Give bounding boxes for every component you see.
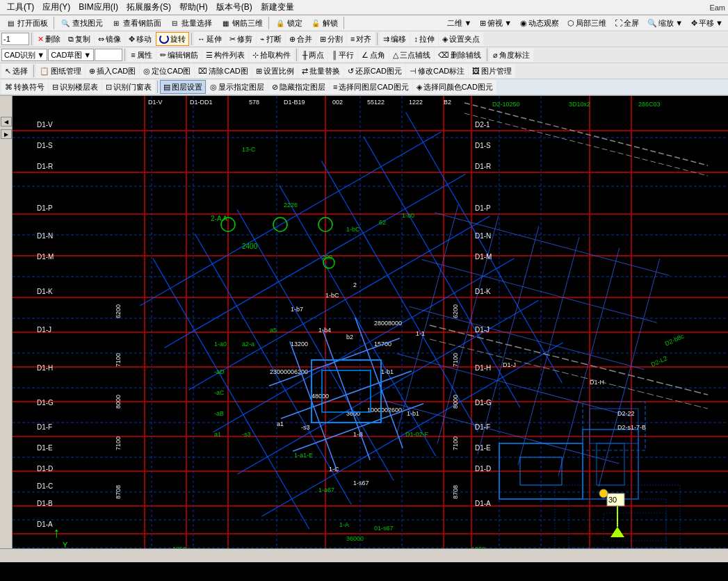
btn-delete[interactable]: ✕ 删除: [34, 32, 64, 46]
btn-align[interactable]: ≡ 对齐: [347, 32, 375, 46]
btn-del-aux[interactable]: ⌫ 删除辅线: [435, 48, 485, 62]
btn-component-list[interactable]: ☰ 构件列表: [202, 48, 248, 62]
btn-merge[interactable]: ⊕ 合并: [286, 32, 316, 46]
btn-insert-cad[interactable]: ⊕ 插入CAD图: [86, 64, 139, 78]
btn-parallel-label: 平行: [339, 50, 354, 60]
btn-move[interactable]: ✥ 移动: [125, 32, 155, 46]
btn-clear-cad[interactable]: ⌧ 清除CAD图: [195, 64, 251, 78]
btn-2d-label: 二维: [447, 18, 462, 28]
sep5: [191, 33, 192, 45]
svg-text:D1-G: D1-G: [475, 399, 492, 407]
menu-item-help[interactable]: 帮助(H): [175, 1, 212, 14]
btn-stretch[interactable]: ↕ 拉伸: [410, 32, 438, 46]
btn-edit-rebar[interactable]: ✏ 编辑钢筋: [156, 48, 202, 62]
svg-text:D1-E: D1-E: [37, 444, 53, 452]
btn-pan[interactable]: ✥ 平移 ▼: [688, 16, 727, 30]
menu-item-extend[interactable]: 拓展服务(S): [122, 1, 175, 14]
btn-layer-settings[interactable]: ▤ 图层设置: [160, 80, 206, 94]
btn-batch-replace[interactable]: ⇄ 批量替换: [298, 64, 343, 78]
btn-convert-symbol[interactable]: ⌘ 转换符号: [1, 80, 48, 94]
sep10: [33, 65, 34, 77]
svg-text:1-b1: 1-b1: [407, 410, 419, 417]
btn-extend[interactable]: ↔ 延伸: [194, 32, 225, 46]
drawing-mgr-icon: 📋: [40, 67, 49, 76]
btn-drawing-mgr[interactable]: 📋 图纸管理: [36, 64, 85, 78]
btn-img-mgr[interactable]: 🖼 图片管理: [469, 64, 515, 78]
btn-top-view[interactable]: ⊞ 俯视 ▼: [476, 16, 515, 30]
btn-select-same-layer[interactable]: ≡ 选择同图层CAD图元: [330, 80, 412, 94]
btn-set-scale[interactable]: ⊞ 设置比例: [252, 64, 298, 78]
svg-text:D1-E: D1-E: [475, 444, 491, 452]
btn-lock[interactable]: 🔒 锁定: [271, 16, 306, 30]
btn-restore-cad[interactable]: ↺ 还原CAD图元: [344, 64, 405, 78]
btn-mod-cad-dim[interactable]: ⊣ 修改CAD标注: [406, 64, 468, 78]
btn-show-layer[interactable]: ◎ 显示指定图层: [207, 80, 268, 94]
btn-fullscreen[interactable]: ⛶ 全屏: [611, 16, 642, 30]
btn-cad-drawing[interactable]: CAD草图 ▼: [48, 49, 94, 61]
btn-local-3d[interactable]: ⬡ 局部三维: [564, 16, 610, 30]
btn-open-panel[interactable]: ▤ 打开面板: [1, 16, 51, 30]
btn-select-same-color[interactable]: ◈ 选择同颜色CAD图元: [413, 80, 496, 94]
btn-three-point-aux[interactable]: △ 三点辅线: [389, 48, 434, 62]
menu-item-bim[interactable]: BIM应用(I): [74, 1, 122, 14]
btn-fullscreen-label: 全屏: [624, 18, 639, 28]
window-icon: ⊡: [106, 83, 112, 92]
btn-hide-layer[interactable]: ⊘ 隐藏指定图层: [268, 80, 329, 94]
svg-text:D1-C: D1-C: [37, 482, 53, 490]
svg-text:7100: 7100: [452, 353, 459, 367]
btn-trim[interactable]: ✂ 修剪: [226, 32, 256, 46]
cad-param-input[interactable]: [95, 49, 122, 61]
btn-view-rebar[interactable]: ⊞ 查看钢筋面: [107, 16, 165, 30]
btn-batch-replace-label: 批量替换: [309, 66, 340, 76]
btn-id-floor-table[interactable]: ⊟ 识别楼层表: [49, 80, 102, 94]
btn-two-points[interactable]: ╫ 两点: [299, 48, 328, 62]
btn-insert-label: 插入CAD图: [97, 66, 136, 76]
btn-cad-id[interactable]: CAD识别 ▼: [1, 49, 47, 61]
svg-text:D1-N: D1-N: [37, 232, 53, 240]
sidebar-collapse-btn[interactable]: ◀: [1, 117, 12, 126]
sidebar-expand-btn[interactable]: ▶: [1, 129, 12, 139]
btn-split[interactable]: ⊞ 分割: [316, 32, 346, 46]
grip-icon: ◈: [442, 35, 448, 44]
btn-mirror[interactable]: ⇔ 镜像: [95, 32, 124, 46]
btn-property[interactable]: ≡ 属性: [127, 48, 155, 62]
btn-offset[interactable]: ⇉ 编移: [380, 32, 410, 46]
menu-item-tools[interactable]: 工具(T): [3, 1, 38, 14]
btn-set-grip[interactable]: ◈ 设置夹点: [439, 32, 483, 46]
btn-comp-list-label: 构件列表: [214, 50, 245, 60]
btn-angle-dim[interactable]: ⌀ 角度标注: [490, 48, 533, 62]
btn-locate-cad[interactable]: ◎ 定位CAD图: [140, 64, 194, 78]
svg-text:D1-K: D1-K: [37, 288, 53, 295]
svg-text:1-A: 1-A: [339, 521, 349, 528]
btn-rebar-3d[interactable]: ▦ 钢筋三维: [216, 16, 266, 30]
menu-item-new-var[interactable]: 新建变量: [257, 1, 298, 14]
snap-input[interactable]: [1, 33, 29, 45]
svg-text:-aC: -aC: [214, 389, 225, 396]
svg-text:D1-N: D1-N: [475, 232, 491, 240]
btn-zoom[interactable]: 🔍 缩放 ▼: [644, 16, 686, 30]
menu-item-apps[interactable]: 应用(Y): [38, 1, 74, 14]
btn-id-window-table[interactable]: ⊡ 识别门窗表: [102, 80, 155, 94]
btn-find-element[interactable]: 🔍 查找图元: [56, 16, 106, 30]
menu-item-version[interactable]: 版本号(B): [212, 1, 257, 14]
svg-text:D1-H: D1-H: [475, 364, 491, 372]
btn-rotate[interactable]: 旋转: [156, 32, 189, 46]
btn-point-angle[interactable]: ∠ 点角: [358, 48, 389, 62]
btn-copy[interactable]: ⧉ 复制: [65, 32, 94, 46]
svg-text:30: 30: [608, 496, 617, 504]
svg-text:578: 578: [249, 99, 259, 106]
btn-select[interactable]: ↖ 选择: [1, 64, 31, 78]
toolbar-row-4: ↖ 选择 📋 图纸管理 ⊕ 插入CAD图 ◎ 定位CAD图 ⌧ 清除CAD图 ⊞…: [0, 63, 728, 79]
btn-parallel[interactable]: ║ 平行: [328, 48, 357, 62]
cad-canvas[interactable]: D1-V D1-S D1-R D1-P D1-N D1-M D1-K D1-J …: [13, 96, 728, 562]
btn-unlock[interactable]: 🔓 解锁: [307, 16, 341, 30]
btn-dynamic-obs[interactable]: ◉ 动态观察: [517, 16, 563, 30]
fullscreen-icon: ⛶: [615, 19, 622, 27]
btn-break[interactable]: ⌁ 打断: [257, 32, 285, 46]
btn-2d[interactable]: 二维 ▼: [444, 16, 475, 30]
svg-text:7100: 7100: [115, 436, 122, 450]
btn-pick-component[interactable]: ⊹ 拾取构件: [249, 48, 294, 62]
svg-text:1000002600: 1000002600: [367, 407, 402, 414]
svg-text:a1: a1: [214, 431, 221, 438]
btn-batch-select[interactable]: ⊟ 批量选择: [165, 16, 216, 30]
